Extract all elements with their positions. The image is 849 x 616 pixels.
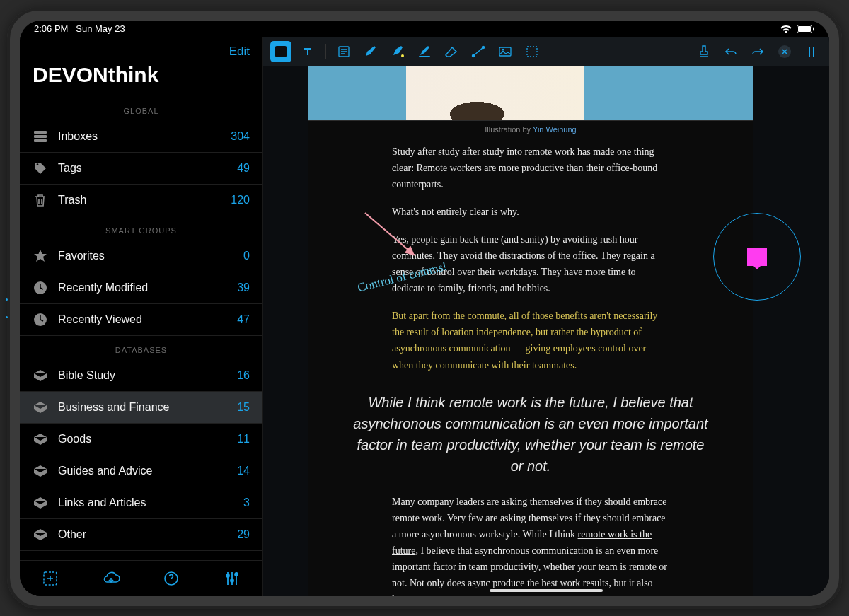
redo-button[interactable]: [747, 41, 768, 62]
svg-rect-20: [499, 47, 511, 56]
sidebar: Edit DEVONthink GLOBAL Inboxes 304: [20, 37, 263, 596]
item-count: 29: [237, 528, 250, 541]
clock-icon: [33, 312, 48, 327]
link[interactable]: Study: [392, 146, 415, 157]
collapse-button[interactable]: [801, 41, 822, 62]
sync-button[interactable]: [102, 569, 120, 588]
undo-button[interactable]: [720, 41, 741, 62]
note-tool[interactable]: [333, 41, 354, 62]
eraser-tool[interactable]: [441, 41, 462, 62]
sidebar-item-label: Other: [58, 528, 227, 541]
sidebar-item-guides-advice[interactable]: Guides and Advice 14: [20, 455, 262, 487]
settings-button[interactable]: [223, 569, 241, 588]
sidebar-item-label: Inboxes: [58, 130, 221, 143]
paragraph: Study after study after study into remot…: [392, 144, 668, 192]
database-icon: [33, 368, 48, 383]
item-count: 16: [237, 369, 250, 382]
trash-icon: [33, 192, 48, 208]
link[interactable]: study: [438, 146, 459, 157]
sidebar-item-recently-modified[interactable]: Recently Modified 39: [20, 272, 262, 304]
ipad-device-frame: 2:06 PM Sun May 23 Edit DEVONthink: [7, 8, 842, 609]
sidebar-item-label: Tags: [58, 162, 227, 175]
status-time: 2:06 PM: [34, 23, 68, 34]
sidebar-item-label: Trash: [58, 194, 221, 207]
sidebar-item-recently-viewed[interactable]: Recently Viewed 47: [20, 304, 262, 336]
svg-rect-4: [34, 135, 47, 138]
sidebar-item-label: Goods: [58, 433, 227, 446]
highlighter-tool[interactable]: [387, 41, 408, 62]
new-item-button[interactable]: [41, 569, 59, 588]
svg-point-19: [483, 46, 485, 48]
sidebar-item-business-finance[interactable]: Business and Finance 15: [20, 392, 262, 424]
pen-tool[interactable]: [360, 41, 381, 62]
sidebar-item-label: Recently Viewed: [58, 313, 227, 326]
circle-annotation[interactable]: [713, 213, 801, 301]
svg-point-18: [473, 54, 475, 57]
sidebar-item-label: Guides and Advice: [58, 465, 227, 477]
database-icon: [33, 495, 48, 511]
item-count: 0: [243, 250, 250, 262]
item-count: 3: [243, 496, 250, 509]
sidebar-item-label: Recently Modified: [58, 281, 227, 294]
sidebar-item-bible-study[interactable]: Bible Study 16: [20, 360, 262, 392]
close-button[interactable]: [774, 41, 795, 62]
document-viewer[interactable]: Illustration by Yin Weihung Study after …: [263, 66, 829, 596]
section-header-databases: DATABASES: [20, 336, 262, 360]
help-button[interactable]: [162, 569, 180, 588]
separator: [325, 44, 326, 59]
screen: 2:06 PM Sun May 23 Edit DEVONthink: [20, 21, 829, 596]
svg-rect-1: [798, 26, 811, 32]
sidebar-item-inboxes[interactable]: Inboxes 304: [20, 121, 262, 153]
star-icon: [33, 248, 48, 264]
svg-point-11: [231, 579, 233, 582]
status-right: [780, 24, 815, 34]
svg-text:A: A: [278, 47, 284, 56]
selection-tool[interactable]: [521, 41, 543, 62]
wifi-icon: [780, 24, 792, 34]
main-content: A: [263, 37, 829, 596]
svg-rect-2: [813, 27, 814, 30]
svg-rect-17: [419, 56, 430, 57]
svg-rect-5: [34, 139, 47, 142]
database-icon: [33, 431, 48, 447]
link[interactable]: study: [483, 146, 504, 157]
status-date: Sun May 23: [76, 23, 125, 34]
sidebar-item-label: Business and Finance: [58, 401, 227, 414]
sidebar-item-goods[interactable]: Goods 11: [20, 424, 262, 455]
illustration-credit: Illustration by Yin Weihung: [308, 121, 753, 144]
home-indicator[interactable]: [490, 589, 603, 592]
battery-icon: [797, 25, 815, 33]
sidebar-item-label: Favorites: [58, 250, 233, 262]
item-count: 39: [237, 281, 250, 294]
svg-point-16: [401, 54, 404, 57]
text-box-tool[interactable]: A: [270, 41, 291, 62]
credit-link[interactable]: Yin Weihung: [533, 125, 577, 134]
sidebar-bottom-toolbar: [20, 560, 262, 596]
document-page: Illustration by Yin Weihung Study after …: [308, 66, 753, 596]
item-count: 304: [231, 130, 250, 143]
image-tool[interactable]: [495, 41, 516, 62]
svg-rect-22: [527, 47, 537, 57]
sidebar-item-other[interactable]: Other 29: [20, 519, 262, 551]
stamp-tool[interactable]: [693, 41, 715, 62]
inbox-icon: [33, 129, 48, 144]
database-icon: [33, 463, 48, 479]
sidebar-item-links-articles[interactable]: Links and Articles 3: [20, 487, 262, 519]
item-count: 47: [237, 313, 250, 326]
text-tool[interactable]: [297, 41, 318, 62]
svg-point-12: [235, 573, 238, 576]
sidebar-item-label: Links and Articles: [58, 496, 233, 509]
line-tool[interactable]: [468, 41, 489, 62]
edit-button[interactable]: Edit: [229, 45, 250, 59]
sticky-note-icon[interactable]: [747, 248, 767, 266]
item-count: 11: [237, 433, 250, 446]
item-count: 49: [237, 162, 250, 175]
database-icon: [33, 527, 48, 542]
sidebar-item-trash[interactable]: Trash 120: [20, 185, 262, 216]
marker-tool[interactable]: [414, 41, 435, 62]
sidebar-item-favorites[interactable]: Favorites 0: [20, 240, 262, 272]
annotation-toolbar: A: [263, 37, 829, 66]
section-header-global: GLOBAL: [20, 97, 262, 121]
sidebar-item-tags[interactable]: Tags 49: [20, 153, 262, 185]
paragraph: Many company leaders are asking themselv…: [392, 494, 668, 596]
